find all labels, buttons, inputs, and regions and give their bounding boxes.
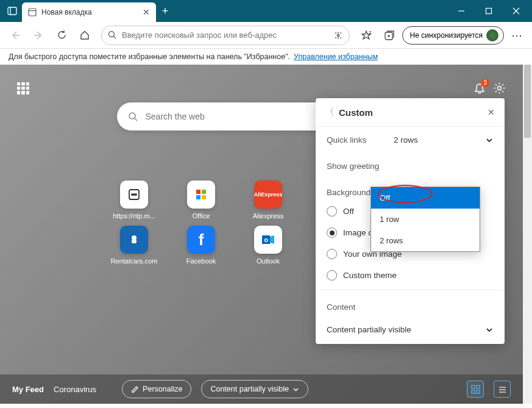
- svg-rect-25: [196, 190, 200, 194]
- content-vis-label: Content partially visible: [210, 385, 289, 393]
- quick-link-tile[interactable]: Rentalcars.com: [104, 226, 165, 265]
- window-close-button[interactable]: [502, 0, 530, 22]
- greeting-setting-row[interactable]: Show greeting: [316, 153, 505, 179]
- chevron-down-icon: [485, 136, 494, 145]
- nav-forward-button[interactable]: [28, 25, 49, 46]
- svg-rect-30: [132, 240, 137, 243]
- page-settings-panel: 〈 Custom ✕ Quick links 2 rows Show greet…: [316, 98, 505, 344]
- svg-point-22: [132, 194, 133, 195]
- svg-point-29: [132, 235, 137, 240]
- quick-links-setting-row[interactable]: Quick links 2 rows: [316, 127, 505, 153]
- svg-point-10: [109, 32, 115, 37]
- radio-icon: [327, 249, 337, 259]
- settings-menu-button[interactable]: ⋯: [506, 29, 527, 42]
- quick-link-tile[interactable]: AliExpress Aliexpress: [238, 181, 299, 220]
- radio-icon: [327, 270, 337, 281]
- dropdown-option-1row[interactable]: 1 row: [371, 209, 480, 230]
- tile-label: Aliexpress: [253, 212, 284, 220]
- tile-label: Facebook: [186, 257, 216, 265]
- gear-icon: [493, 82, 506, 95]
- chevron-down-icon: [485, 326, 494, 334]
- favorites-hint-bar: Для быстрого доступа поместите избранные…: [0, 49, 532, 65]
- svg-rect-26: [202, 190, 206, 194]
- content-section-label: Content: [316, 294, 505, 315]
- svg-line-11: [114, 37, 116, 39]
- manage-favorites-link[interactable]: Управление избранным: [294, 52, 378, 61]
- svg-point-19: [129, 113, 135, 119]
- svg-point-23: [133, 194, 135, 195]
- notifications-button[interactable]: 3: [473, 82, 486, 95]
- search-icon: [128, 112, 138, 122]
- personalize-button[interactable]: Personalize: [122, 380, 191, 398]
- dropdown-option-off[interactable]: Off: [371, 187, 480, 209]
- bg-option-custom-theme[interactable]: Custom theme: [316, 265, 505, 286]
- setting-value: 2 rows: [394, 135, 485, 145]
- quick-links-dropdown: Off 1 row 2 rows: [371, 187, 480, 252]
- content-visibility-button[interactable]: Content partially visible: [201, 380, 308, 398]
- tile-label: Office: [193, 212, 210, 220]
- page-icon: [28, 8, 37, 16]
- personalize-label: Personalize: [143, 385, 182, 393]
- favorites-hint-text: Для быстрого доступа поместите избранные…: [9, 52, 290, 61]
- tile-label: Outlook: [257, 257, 280, 265]
- favorites-button[interactable]: [356, 25, 377, 46]
- svg-rect-0: [8, 7, 16, 15]
- my-feed-link[interactable]: My Feed: [12, 385, 44, 394]
- svg-rect-35: [472, 390, 475, 393]
- quick-links-grid: https://ntp.m... Office AliExpress Aliex…: [104, 181, 299, 265]
- quick-link-tile[interactable]: f Facebook: [171, 226, 232, 265]
- svg-rect-34: [477, 385, 480, 388]
- setting-label: Quick links: [327, 135, 394, 145]
- vertical-scrollbar[interactable]: [523, 65, 532, 404]
- home-button[interactable]: [74, 25, 95, 46]
- profile-sync-button[interactable]: Не синхронизируется: [402, 26, 504, 45]
- svg-line-20: [135, 118, 137, 121]
- setting-label: Show greeting: [327, 162, 394, 171]
- ntp-bottom-bar: My Feed Coronavirus Personalize Content …: [0, 374, 523, 404]
- layout-grid-button[interactable]: [467, 381, 484, 398]
- quick-link-tile[interactable]: Office: [171, 181, 232, 220]
- browser-tab[interactable]: Новая вкладка ✕: [22, 2, 156, 22]
- content-visibility-row[interactable]: Content partially visible: [316, 315, 505, 344]
- svg-rect-33: [472, 385, 475, 388]
- panel-back-button[interactable]: 〈: [325, 107, 334, 118]
- tab-close-button[interactable]: ✕: [143, 7, 150, 17]
- radio-label: Custom theme: [343, 271, 397, 280]
- svg-rect-2: [29, 9, 36, 16]
- nav-back-button[interactable]: [5, 25, 26, 46]
- search-icon: [108, 30, 117, 40]
- chevron-down-icon: [293, 386, 299, 393]
- dropdown-option-2rows[interactable]: 2 rows: [371, 230, 480, 251]
- sync-label: Не синхронизируется: [410, 31, 483, 40]
- svg-text:o: o: [264, 236, 268, 243]
- tab-title: Новая вкладка: [41, 8, 138, 16]
- address-input[interactable]: [122, 30, 328, 40]
- svg-rect-27: [196, 195, 200, 199]
- reload-button[interactable]: [51, 25, 72, 46]
- layout-list-button[interactable]: [494, 381, 511, 398]
- svg-rect-36: [477, 390, 480, 393]
- tab-actions-button[interactable]: [2, 1, 22, 21]
- page-settings-button[interactable]: [493, 82, 506, 95]
- scrollbar-thumb[interactable]: [524, 65, 531, 138]
- panel-close-button[interactable]: ✕: [488, 107, 495, 117]
- read-aloud-button[interactable]: [333, 30, 343, 40]
- address-bar[interactable]: [101, 26, 350, 45]
- svg-point-24: [135, 194, 137, 195]
- quick-link-tile[interactable]: o Outlook: [238, 226, 299, 265]
- quick-link-tile[interactable]: https://ntp.m...: [104, 181, 165, 220]
- coronavirus-link[interactable]: Coronavirus: [54, 385, 96, 394]
- apps-launcher-button[interactable]: [17, 82, 29, 95]
- setting-value: Content partially visible: [327, 325, 485, 334]
- svg-point-18: [498, 87, 502, 90]
- svg-rect-5: [486, 9, 491, 14]
- tile-label: https://ntp.m...: [113, 212, 155, 220]
- collections-button[interactable]: [379, 25, 400, 46]
- radio-icon: [327, 227, 337, 238]
- window-minimize-button[interactable]: [447, 0, 475, 22]
- window-maximize-button[interactable]: [475, 0, 502, 22]
- new-tab-button[interactable]: +: [156, 5, 174, 18]
- svg-rect-28: [202, 195, 206, 199]
- radio-label: Off: [343, 207, 354, 216]
- panel-title: Custom: [339, 107, 483, 118]
